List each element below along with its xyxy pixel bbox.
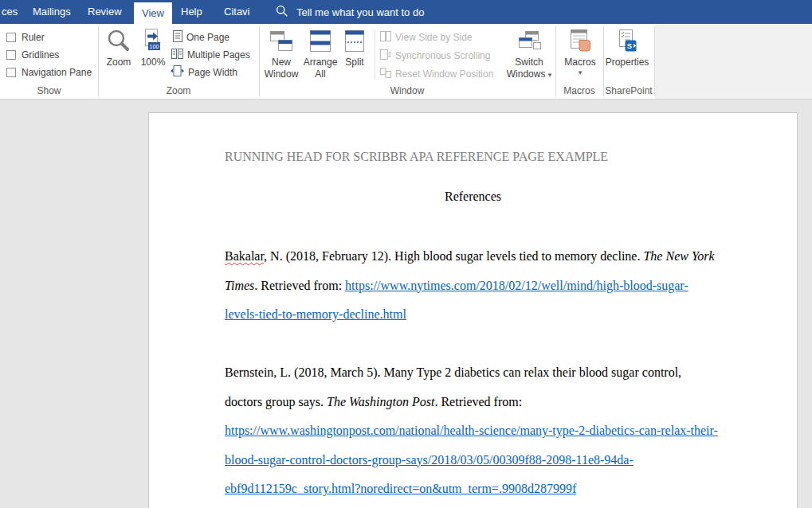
journal-title-italic: The Washington Post xyxy=(327,395,434,408)
macros-group-label: Macros xyxy=(555,85,603,96)
hyperlink[interactable]: https://www.washingtonpost.com/national/… xyxy=(225,424,718,437)
tab-review[interactable]: Review xyxy=(88,0,122,24)
reference-line: https://www.washingtonpost.com/national/… xyxy=(225,416,735,446)
macros-button[interactable]: Macros ▾ xyxy=(559,26,602,76)
zoom-button-label: Zoom xyxy=(107,57,131,68)
macros-icon xyxy=(568,26,592,57)
reference-text: doctors group says. xyxy=(225,395,327,408)
arrange-all-icon xyxy=(309,26,331,57)
sharepoint-group-label: SharePoint xyxy=(603,85,654,96)
search-icon xyxy=(276,5,288,19)
magnifier-icon xyxy=(106,26,131,57)
group-divider xyxy=(654,26,655,96)
reference-entry-bernstein: Bernstein, L. (2018, March 5). Many Type… xyxy=(225,358,735,504)
reference-text: . Retrieved from: xyxy=(434,395,522,408)
switch-windows-button[interactable]: Switch Windows ▾ xyxy=(505,26,553,80)
reset-window-position-icon xyxy=(380,68,391,80)
chevron-down-icon: ▾ xyxy=(579,68,583,76)
reference-text: Bernstein, L. (2018, March 5). Many Type… xyxy=(225,365,681,379)
tab-citavi[interactable]: Citavi xyxy=(224,0,250,24)
multiple-pages-label: Multiple Pages xyxy=(187,49,250,61)
misspelled-word: Bakalar xyxy=(225,249,264,263)
ribbon-view-tab: Ruler Gridlines Navigation Pane Show Zoo… xyxy=(0,24,812,100)
tab-mailings[interactable]: Mailings xyxy=(33,0,71,24)
properties-button[interactable]: S Properties xyxy=(603,26,651,68)
navigation-pane-label: Navigation Pane xyxy=(22,67,92,78)
checkbox-icon xyxy=(6,68,16,77)
reference-entry-bakalar: Bakalar, N. (2018, February 12). High bl… xyxy=(225,242,735,330)
tab-help[interactable]: Help xyxy=(181,0,202,24)
tab-view[interactable]: View xyxy=(134,2,172,24)
page-width-button[interactable]: Page Width xyxy=(171,65,237,80)
synchronous-scrolling-icon xyxy=(380,49,391,62)
references-heading: References xyxy=(149,190,797,204)
chevron-down-icon: ▾ xyxy=(548,71,552,79)
page-width-icon xyxy=(171,65,184,80)
multiple-pages-button[interactable]: Multiple Pages xyxy=(171,48,250,62)
navigation-pane-checkbox[interactable]: Navigation Pane xyxy=(6,66,92,79)
zoom-100-icon: 100 xyxy=(141,26,165,57)
ribbon-empty-area xyxy=(655,24,812,99)
hyperlink[interactable]: levels-tied-to-memory-decline.html xyxy=(225,307,406,321)
checkbox-icon xyxy=(6,33,16,42)
multiple-pages-icon xyxy=(171,48,183,62)
page-width-label: Page Width xyxy=(188,67,237,78)
switch-windows-icon xyxy=(516,26,543,57)
svg-text:S: S xyxy=(627,41,632,50)
hyperlink[interactable]: ebf9d112159c_story.html?noredirect=on&ut… xyxy=(225,482,576,495)
reference-line: Bakalar, N. (2018, February 12). High bl… xyxy=(225,242,735,272)
properties-label: Properties xyxy=(606,57,649,68)
new-window-button[interactable]: New Window xyxy=(261,26,302,80)
split-icon xyxy=(344,26,365,57)
one-page-icon xyxy=(173,30,182,45)
window-group-label: Window xyxy=(259,85,555,96)
reference-line: doctors group says. The Washington Post.… xyxy=(225,388,735,417)
reference-line: levels-tied-to-memory-decline.html xyxy=(225,300,735,330)
one-page-button[interactable]: One Page xyxy=(173,30,229,45)
split-label: Split xyxy=(345,57,363,68)
macros-label: Macros xyxy=(564,57,595,68)
reference-text: , N. (2018, February 12). High blood sug… xyxy=(264,249,643,263)
new-window-label: New Window xyxy=(261,57,302,80)
tab-references-partial[interactable]: ces xyxy=(2,0,18,24)
show-group-label: Show xyxy=(0,85,98,96)
sharepoint-properties-icon: S xyxy=(615,26,639,57)
reference-line: Bernstein, L. (2018, March 5). Many Type… xyxy=(225,358,735,388)
new-window-icon xyxy=(268,26,295,57)
arrange-all-button[interactable]: Arrange All xyxy=(301,26,339,80)
svg-text:100: 100 xyxy=(149,43,159,50)
reference-text: . Retrieved from: xyxy=(254,279,345,292)
word-window: ces Mailings Review View Help Citavi Tel… xyxy=(0,0,812,508)
split-button[interactable]: Split xyxy=(340,26,369,68)
reference-line: Times. Retrieved from: https://www.nytim… xyxy=(225,272,735,301)
tell-me-search[interactable]: Tell me what you want to do xyxy=(276,0,424,24)
tell-me-label: Tell me what you want to do xyxy=(296,6,424,18)
synchronous-scrolling-button: Synchronous Scrolling xyxy=(380,49,490,63)
view-side-by-side-button: View Side by Side xyxy=(380,30,473,45)
document-page[interactable]: RUNNING HEAD FOR SCRIBBR APA REFERENCE P… xyxy=(148,112,798,508)
hyperlink[interactable]: https://www.nytimes.com/2018/02/12/well/… xyxy=(345,279,688,292)
ruler-label: Ruler xyxy=(22,32,45,43)
hyperlink[interactable]: blood-sugar-control-doctors-group-says/2… xyxy=(225,453,634,467)
reset-window-position-label: Reset Window Position xyxy=(395,68,493,80)
journal-title-italic: Times xyxy=(225,279,254,292)
reference-line: ebf9d112159c_story.html?noredirect=on&ut… xyxy=(225,475,735,504)
ruler-checkbox[interactable]: Ruler xyxy=(6,31,45,44)
gridlines-label: Gridlines xyxy=(22,49,59,61)
zoom-button[interactable]: Zoom xyxy=(102,26,135,68)
synchronous-scrolling-label: Synchronous Scrolling xyxy=(395,50,490,61)
checkbox-icon xyxy=(6,50,16,60)
journal-title-italic: The New York xyxy=(643,249,714,263)
button-divider xyxy=(375,30,375,80)
switch-windows-label: Switch Windows xyxy=(507,57,546,80)
zoom-100-button[interactable]: 100 100% xyxy=(137,26,169,68)
document-canvas: RUNNING HEAD FOR SCRIBBR APA REFERENCE P… xyxy=(0,100,812,508)
gridlines-checkbox[interactable]: Gridlines xyxy=(6,49,59,61)
running-head: RUNNING HEAD FOR SCRIBBR APA REFERENCE P… xyxy=(225,150,608,164)
zoom-100-label: 100% xyxy=(141,57,166,68)
one-page-label: One Page xyxy=(186,32,229,43)
zoom-group-label: Zoom xyxy=(98,85,259,96)
arrange-all-label: Arrange All xyxy=(301,57,339,80)
view-side-by-side-label: View Side by Side xyxy=(395,32,473,43)
reset-window-position-button: Reset Window Position xyxy=(380,67,493,81)
